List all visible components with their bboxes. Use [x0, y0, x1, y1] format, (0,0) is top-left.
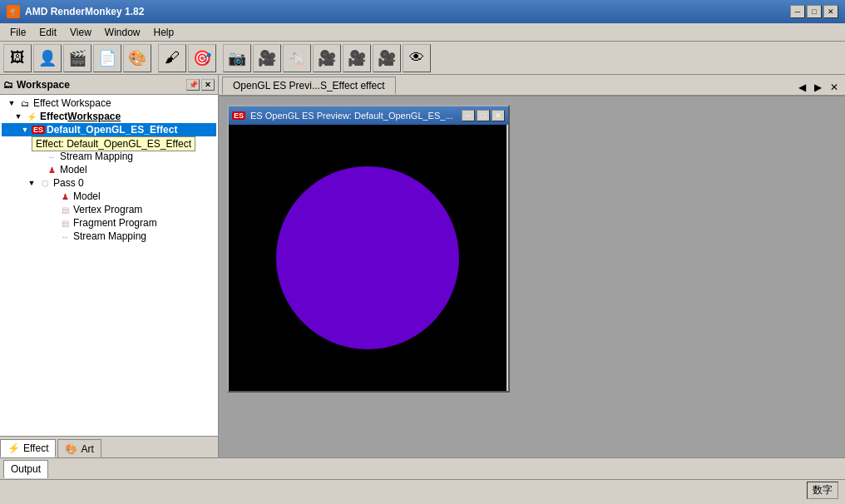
app-icon: 🐒 — [7, 5, 20, 18]
preview-area: ES ES OpenGL ES Preview: Default_OpenGL_… — [219, 96, 845, 457]
menu-help[interactable]: Help — [147, 25, 181, 40]
tab-prev-arrow[interactable]: ◀ — [795, 80, 809, 95]
stream1-icon: ↔ — [45, 151, 58, 162]
panel-tabs: ⚡ Effect 🎨 Art — [0, 436, 218, 457]
output-tab[interactable]: Output — [3, 460, 48, 478]
stream2-icon: ↔ — [58, 230, 72, 242]
tree-area: ▼ 🗂 Effect Workspace ▼ ⚡ Effect Workspac… — [0, 95, 218, 436]
model1-icon: ♟ — [45, 164, 58, 175]
preview-minimize-btn[interactable]: ─ — [462, 110, 475, 121]
art-tab-icon: 🎨 — [65, 443, 77, 455]
toolbar-btn-2[interactable]: 🎬 — [63, 44, 91, 72]
tree-item-fragment[interactable]: ▤ Fragment Program — [2, 216, 216, 230]
workspace-pin-btn[interactable]: 📌 — [186, 79, 200, 91]
menu-view[interactable]: View — [63, 25, 98, 40]
toolbar-btn-9[interactable]: 🐁 — [283, 44, 311, 72]
menu-bar: File Edit View Window Help — [0, 23, 845, 42]
preview-tab[interactable]: OpenGL ES Previ...S_Effect effect — [222, 77, 396, 95]
toolbar-btn-13[interactable]: 👁 — [403, 44, 431, 72]
workspace-header-left: 🗂 Workspace — [3, 79, 70, 91]
title-bar-left: 🐒 AMD RenderMonkey 1.82 — [7, 5, 144, 18]
model2-label: Model — [73, 190, 101, 202]
toolbar-btn-11[interactable]: 🎥 — [343, 44, 371, 72]
close-button[interactable]: ✕ — [823, 5, 838, 18]
title-bar: 🐒 AMD RenderMonkey 1.82 ─ □ ✕ — [0, 0, 845, 23]
workspace-header-controls: 📌 ✕ — [186, 79, 215, 91]
workspace-title: Workspace — [17, 79, 70, 91]
preview-es-badge: ES — [232, 111, 245, 120]
toolbar-btn-10[interactable]: 🎥 — [313, 44, 341, 72]
menu-file[interactable]: File — [3, 25, 32, 40]
minimize-button[interactable]: ─ — [790, 5, 805, 18]
tab-close-arrow[interactable]: ✕ — [827, 80, 842, 95]
status-bar: Output — [0, 457, 845, 479]
toolbar-btn-8[interactable]: 🎥 — [253, 44, 281, 72]
tree-item-model2[interactable]: ♟ Model — [2, 190, 216, 203]
tree-item-es-effect[interactable]: ▼ ES Default_OpenGL_ES_Effect — [2, 123, 216, 136]
bottom-bar: 数字 — [0, 479, 845, 501]
tab-next-arrow[interactable]: ▶ — [811, 80, 825, 95]
vertex-label: Vertex Program — [73, 204, 142, 215]
tree-item-mat[interactable]: ▦ matVi... Effect: Default_OpenGL_ES_Eff… — [2, 136, 216, 150]
toolbar-btn-6[interactable]: 🎯 — [188, 44, 216, 72]
effect-tab-icon: ⚡ — [7, 442, 20, 454]
toolbar-btn-5[interactable]: 🖌 — [158, 44, 186, 72]
toolbar: 🖼 👤 🎬 📄 🎨 🖌 🎯 📷 🎥 🐁 🎥 🎥 🎥 👁 — [0, 42, 845, 75]
es-badge: ES — [32, 126, 45, 134]
maximize-button[interactable]: □ — [807, 5, 822, 18]
tree-item-pass0[interactable]: ▼ ⬡ Pass 0 — [2, 176, 216, 190]
toolbar-btn-0[interactable]: 🖼 — [3, 44, 32, 72]
toolbar-btn-12[interactable]: 🎥 — [373, 44, 401, 72]
title-bar-controls: ─ □ ✕ — [790, 5, 838, 18]
bottom-text: 数字 — [807, 482, 838, 499]
tree-item-effect[interactable]: ▼ ⚡ Effect Workspace — [2, 110, 216, 123]
output-tab-label: Output — [11, 463, 41, 475]
main-content: 🗂 Workspace 📌 ✕ ▼ 🗂 Effect Workspace ▼ ⚡ — [0, 75, 845, 457]
toolbar-btn-4[interactable]: 🎨 — [123, 44, 151, 72]
workspace-header: 🗂 Workspace 📌 ✕ — [0, 75, 218, 95]
tree-item-vertex[interactable]: ▤ Vertex Program — [2, 203, 216, 216]
es-effect-label: Default_OpenGL_ES_Effect — [47, 124, 177, 136]
toolbar-btn-1[interactable]: 👤 — [33, 44, 62, 72]
preview-close-btn[interactable]: ✕ — [492, 110, 505, 121]
expander-workspace[interactable]: ▼ — [5, 99, 18, 107]
fragment-label: Fragment Program — [73, 217, 157, 229]
right-tab-bar: OpenGL ES Previ...S_Effect effect ◀ ▶ ✕ — [219, 75, 845, 96]
preview-tab-label: OpenGL ES Previ...S_Effect effect — [233, 80, 385, 91]
workspace-close-btn[interactable]: ✕ — [201, 79, 215, 91]
model1-label: Model — [60, 164, 87, 175]
fragment-icon: ▤ — [58, 217, 72, 229]
tab-art[interactable]: 🎨 Art — [57, 439, 101, 457]
stream1-label: Stream Mapping — [60, 151, 133, 162]
effect-label: Effect — [40, 111, 67, 122]
tree-item-stream2[interactable]: ↔ Stream Mapping — [2, 230, 216, 243]
pass0-label: Pass 0 — [53, 177, 84, 189]
preview-maximize-btn[interactable]: □ — [477, 110, 490, 121]
effect-icon: ⚡ — [25, 111, 38, 122]
expander-effect[interactable]: ▼ — [12, 112, 25, 121]
tree-item-model1[interactable]: ♟ Model — [2, 163, 216, 176]
expander-es-effect[interactable]: ▼ — [18, 126, 32, 134]
toolbar-btn-7[interactable]: 📷 — [223, 44, 251, 72]
tree-item-stream1[interactable]: ↔ Stream Mapping — [2, 150, 216, 163]
app-title: AMD RenderMonkey 1.82 — [25, 6, 144, 17]
effect-tab-label: Effect — [23, 442, 48, 454]
preview-window: ES ES OpenGL ES Preview: Default_OpenGL_… — [227, 105, 510, 393]
vertex-icon: ▤ — [58, 204, 72, 215]
tab-effect[interactable]: ⚡ Effect — [0, 439, 56, 457]
effect-workspace-label: Workspace — [67, 111, 121, 122]
workspace-tree-icon: 🗂 — [18, 97, 32, 109]
tree-item-workspace[interactable]: ▼ 🗂 Effect Workspace — [2, 96, 216, 110]
stream2-label: Stream Mapping — [73, 230, 146, 242]
workspace-tree-label: Effect Workspace — [33, 97, 111, 109]
preview-canvas — [229, 125, 507, 391]
preview-window-title-text: ES OpenGL ES Preview: Default_OpenGL_ES_… — [250, 111, 453, 121]
toolbar-btn-3[interactable]: 📄 — [93, 44, 121, 72]
menu-window[interactable]: Window — [98, 25, 147, 40]
art-tab-label: Art — [81, 443, 93, 455]
preview-window-buttons: ─ □ ✕ — [462, 110, 505, 121]
menu-edit[interactable]: Edit — [32, 25, 63, 40]
left-panel: 🗂 Workspace 📌 ✕ ▼ 🗂 Effect Workspace ▼ ⚡ — [0, 75, 219, 457]
expander-pass0[interactable]: ▼ — [25, 179, 38, 187]
preview-window-title-bar: ES ES OpenGL ES Preview: Default_OpenGL_… — [229, 106, 508, 125]
